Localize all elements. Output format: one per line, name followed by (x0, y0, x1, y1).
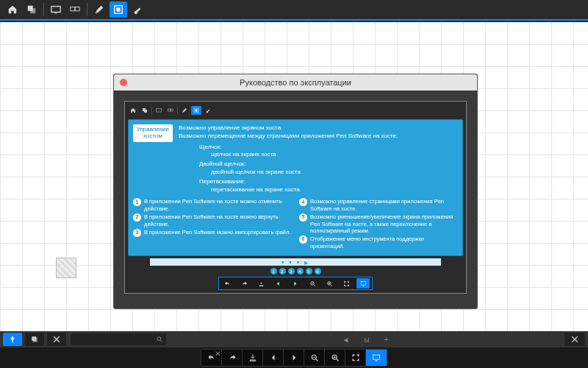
arrow-strip: • • • ▸ (150, 258, 441, 266)
mini-toolbar (128, 105, 463, 116)
zoom-in-icon[interactable] (323, 278, 336, 289)
num-badge: 3 (133, 229, 141, 237)
home-icon[interactable] (4, 1, 21, 18)
pager-prev-icon[interactable]: ◄ (343, 336, 350, 344)
next-page-icon[interactable] (289, 278, 302, 289)
mini-brush-icon[interactable] (203, 106, 213, 115)
svg-rect-7 (116, 7, 120, 11)
separator (87, 3, 87, 16)
svg-rect-19 (33, 338, 37, 342)
inner-app-frame: Управление хостом Возможно управление эк… (124, 101, 467, 294)
num-badge: 2 (133, 213, 141, 222)
num-badge: 6 (299, 236, 307, 244)
pen-icon[interactable] (90, 1, 108, 18)
next-page-icon[interactable] (284, 350, 304, 366)
zoom-out-icon[interactable] (304, 350, 325, 366)
search-input[interactable] (71, 333, 166, 345)
page-dot[interactable]: 1 (270, 268, 277, 275)
gesture-row: Двойной щелчок: двойной щелчок на экране… (199, 160, 458, 177)
page-dot[interactable]: 3 (288, 268, 295, 275)
mini-layers-icon[interactable] (140, 106, 150, 115)
fullscreen-icon[interactable] (345, 350, 366, 366)
desc-line: Возможно управление экраном хоста. (179, 124, 458, 132)
num-badge: 1 (133, 198, 141, 206)
info-panel: Управление хостом Возможно управление эк… (128, 119, 463, 256)
top-toolbar (0, 0, 588, 21)
pin-icon[interactable] (3, 333, 22, 346)
num-badge: 5 (299, 213, 307, 222)
separator (43, 3, 44, 16)
brush-icon[interactable] (129, 1, 146, 18)
import-icon[interactable] (243, 350, 263, 366)
page-dot[interactable]: 5 (306, 268, 312, 275)
pager-add-icon[interactable]: + (384, 336, 389, 344)
svg-rect-12 (171, 109, 173, 111)
svg-rect-9 (144, 110, 147, 113)
page-dot[interactable]: 6 (315, 268, 321, 275)
presentation-menu-icon[interactable] (366, 350, 387, 366)
gesture-row: Щелчок: щелчок на экране хоста (199, 144, 458, 160)
svg-rect-4 (71, 7, 75, 11)
inner-control-bar (218, 277, 373, 290)
svg-rect-5 (75, 7, 79, 11)
undo-icon[interactable] (221, 278, 234, 289)
monitors-icon[interactable] (66, 1, 84, 18)
svg-point-20 (157, 337, 161, 341)
gesture-row: Перетаскивание: перетаскивание на экране… (199, 178, 458, 194)
overlay-icon[interactable] (110, 1, 127, 18)
window-titlebar[interactable]: Руководство по эксплуатации (114, 74, 477, 91)
numbered-col-left: 1В приложении Pen Software на хосте можн… (133, 198, 292, 251)
zoom-out-icon[interactable] (306, 278, 319, 289)
svg-rect-23 (373, 355, 380, 359)
fullscreen-icon[interactable] (340, 278, 353, 289)
presentation-menu-icon[interactable] (356, 278, 370, 289)
svg-rect-2 (51, 7, 60, 13)
pager: ◄ ы + (166, 336, 564, 344)
close-button[interactable] (564, 333, 585, 346)
svg-rect-3 (54, 13, 57, 13)
page-dot[interactable]: 4 (297, 268, 304, 275)
manual-window: Руководство по эксплуатации Управление х… (113, 74, 478, 309)
redo-icon[interactable] (238, 278, 251, 289)
bottom-control-bar: ✕ (0, 347, 588, 368)
mini-overlay-icon[interactable] (191, 106, 201, 115)
prev-page-icon[interactable] (272, 278, 285, 289)
svg-rect-10 (157, 109, 162, 113)
mini-home-icon[interactable] (128, 106, 138, 115)
svg-rect-17 (361, 281, 366, 285)
import-icon[interactable] (255, 278, 268, 289)
numbered-col-right: 4Возможно управление страницами приложен… (299, 198, 458, 251)
prev-page-icon[interactable] (263, 350, 284, 366)
page-thumbnail[interactable] (56, 258, 76, 278)
pager-sep: ы (364, 336, 369, 344)
page-dot[interactable]: 2 (279, 268, 286, 275)
layers-icon[interactable] (23, 1, 40, 18)
mini-monitors-icon[interactable] (165, 106, 176, 115)
search-icon (156, 336, 163, 343)
svg-rect-1 (30, 8, 35, 13)
mini-screen-icon[interactable] (154, 106, 164, 115)
desc-line: Возможно перемещение между страницами пр… (179, 132, 458, 141)
window-title: Руководство по эксплуатации (114, 78, 477, 87)
mini-pen-icon[interactable] (179, 106, 190, 115)
svg-rect-11 (168, 109, 171, 111)
stack-icon[interactable] (25, 333, 44, 346)
page-dots: 1 2 3 4 5 6 (128, 268, 463, 275)
canvas-grid[interactable]: Руководство по эксплуатации Управление х… (0, 22, 588, 331)
host-control-label: Управление хостом (133, 124, 173, 142)
mini-close-icon[interactable]: ✕ (209, 347, 226, 359)
zoom-in-icon[interactable] (325, 350, 345, 366)
close-icon[interactable] (47, 333, 66, 346)
screen-icon[interactable] (47, 1, 65, 18)
num-badge: 4 (299, 198, 307, 206)
bottom-toolbar: ◄ ы + (0, 331, 588, 347)
svg-rect-14 (196, 110, 198, 112)
